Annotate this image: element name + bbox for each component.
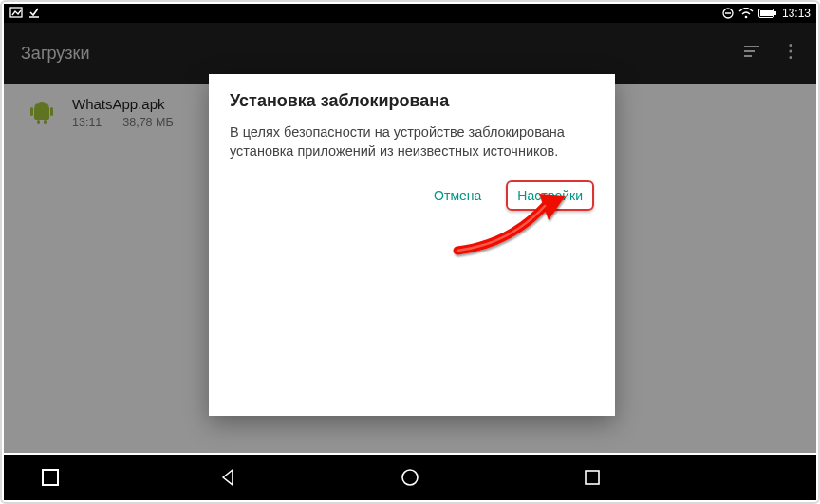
download-done-icon	[28, 7, 40, 21]
settings-button[interactable]: Настройки	[506, 180, 594, 211]
svg-rect-23	[586, 471, 599, 484]
nav-home-button[interactable]	[391, 458, 429, 496]
svg-rect-7	[774, 11, 776, 15]
status-bar: 13:13	[4, 4, 816, 23]
cancel-button[interactable]: Отмена	[424, 182, 491, 209]
nav-back-button[interactable]	[209, 458, 247, 496]
battery-icon	[758, 9, 777, 18]
dialog-message: В целях безопасности на устройстве забло…	[230, 122, 594, 161]
nav-recent-alt-icon[interactable]	[42, 469, 59, 486]
dnd-icon	[722, 8, 734, 19]
image-icon	[9, 7, 23, 21]
status-time: 13:13	[782, 7, 811, 20]
nav-recents-button[interactable]	[573, 458, 611, 496]
dialog-title: Установка заблокирована	[230, 91, 594, 111]
svg-point-22	[402, 470, 418, 485]
svg-point-4	[745, 16, 748, 19]
wifi-icon	[738, 8, 754, 19]
install-blocked-dialog: Установка заблокирована В целях безопасн…	[209, 74, 615, 416]
svg-rect-6	[760, 10, 773, 16]
device-frame: 13:13 Загрузки WhatsApp.apk 13:11 38,78 …	[0, 0, 820, 504]
system-navbar	[4, 455, 816, 500]
